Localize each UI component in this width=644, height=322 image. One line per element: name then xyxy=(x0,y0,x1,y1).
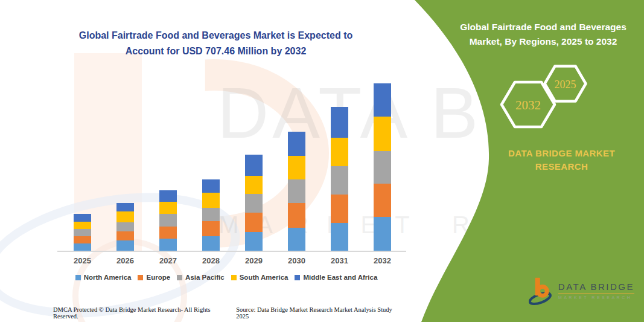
x-axis-label: 2029 xyxy=(232,256,276,265)
legend-label: South America xyxy=(240,274,289,281)
legend-item-europe: Europe xyxy=(138,274,170,281)
legend-swatch xyxy=(75,275,81,280)
legend-item-middle-east-and-africa: Middle East and Africa xyxy=(295,274,377,281)
legend-label: Asia Pacific xyxy=(185,274,225,281)
legend-swatch xyxy=(295,275,300,280)
legend-label: North America xyxy=(84,274,132,281)
footer: DMCA Protected © Data Bridge Market Rese… xyxy=(53,306,406,320)
legend: North AmericaEuropeAsia PacificSouth Ame… xyxy=(36,274,416,281)
legend-swatch xyxy=(138,275,143,280)
x-axis-label: 2028 xyxy=(190,256,233,265)
x-axis-label: 2030 xyxy=(275,256,319,265)
legend-label: Middle East and Africa xyxy=(303,274,377,281)
databridge-logo-icon xyxy=(529,274,553,308)
x-axis-label: 2026 xyxy=(104,256,147,265)
footer-source-text: Source: Data Bridge Market Research Mark… xyxy=(236,306,406,320)
legend-swatch xyxy=(177,275,182,280)
x-axis-label: 2025 xyxy=(61,256,104,265)
x-axis-label: 2031 xyxy=(318,256,362,265)
legend-item-south-america: South America xyxy=(231,274,289,281)
legend-swatch xyxy=(231,275,237,280)
x-axis-label: 2032 xyxy=(361,256,404,265)
footer-dmca-text: DMCA Protected © Data Bridge Market Rese… xyxy=(53,306,236,320)
infographic-canvas: DATA BRIDGE MARKET RESEARCH Global Fairt… xyxy=(0,0,644,322)
databridge-logo-text: DATA BRIDGE MARKET RESEARCH xyxy=(558,282,634,300)
logo-name: DATA BRIDGE xyxy=(558,282,634,292)
logo-underline xyxy=(558,293,634,294)
logo-subtitle: MARKET RESEARCH xyxy=(558,295,634,300)
x-axis-label: 2027 xyxy=(147,256,190,265)
legend-label: Europe xyxy=(146,274,170,281)
legend-item-north-america: North America xyxy=(75,274,132,281)
databridge-logo: DATA BRIDGE MARKET RESEARCH xyxy=(529,274,634,308)
legend-item-asia-pacific: Asia Pacific xyxy=(177,274,225,281)
